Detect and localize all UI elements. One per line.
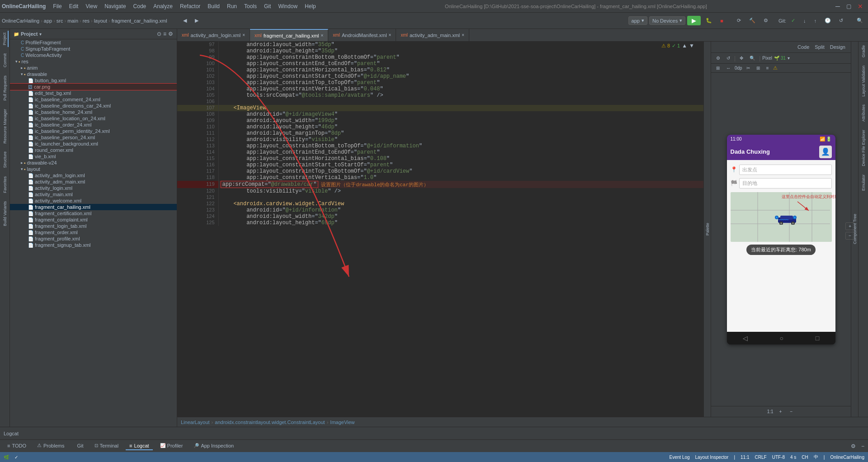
locate-icon[interactable]: ⊙ <box>157 31 161 37</box>
tree-item-ic-person[interactable]: 📄 ic_baseline_person_24.xml <box>10 134 177 141</box>
tree-item-car-png[interactable]: 🖼 car.png <box>10 84 177 90</box>
tree-item-button-bg[interactable]: 📄 button_bg.xml <box>10 77 177 84</box>
breadcrumb-linearlayout[interactable]: LinearLayout <box>181 420 210 425</box>
preview-crop-btn[interactable]: ✂ <box>744 65 752 71</box>
sidebar-icon-favorites[interactable]: Favorites <box>2 174 8 195</box>
settings-bottom-icon[interactable]: ⚙ <box>851 443 856 449</box>
tab-fragment-car-hailing[interactable]: xml fragment_car_hailing.xml × <box>250 29 328 42</box>
tree-item-res[interactable]: ▾ ▪ res <box>10 58 177 65</box>
build-menu[interactable]: Build <box>204 2 223 10</box>
tree-item-ic-home[interactable]: 📄 ic_baseline_home_24.xml <box>10 109 177 115</box>
close-button[interactable]: ✕ <box>854 1 866 11</box>
tools-menu[interactable]: Tools <box>241 2 260 10</box>
run-button[interactable]: ▶ <box>687 16 701 25</box>
build-button[interactable]: 🔨 <box>746 16 759 25</box>
status-encoding[interactable]: UTF-8 <box>772 455 785 460</box>
sidebar-icon-structure[interactable]: Structure <box>2 150 8 170</box>
tree-item-drawable-v24[interactable]: ▸ ▪ drawable-v24 <box>10 160 177 166</box>
tree-item-activity-adm-main[interactable]: 📄 activity_adm_main.xml <box>10 179 177 185</box>
forward-button[interactable]: ▶ <box>192 16 202 25</box>
bottom-tab-git[interactable]: Git <box>71 442 87 450</box>
bottom-tab-profiler[interactable]: 📈 Profiler <box>156 442 187 450</box>
file-menu[interactable]: File <box>49 2 65 10</box>
preview-refresh-btn[interactable]: ↺ <box>724 55 732 61</box>
tree-item-activity-welcome[interactable]: 📄 activity_welcome.xml <box>10 198 177 204</box>
tab-activity-adm-main[interactable]: xml activity_adm_main.xml × <box>396 29 469 42</box>
git-history-button[interactable]: 🕐 <box>821 16 834 25</box>
sidebar-icon-build-variants[interactable]: Build Variants <box>2 199 8 228</box>
close-tab-icon[interactable]: × <box>462 33 464 38</box>
tree-item-activity-adm-login[interactable]: 📄 activity_adm_login.xml <box>10 172 177 179</box>
tree-item-fragment-car-hailing[interactable]: 📄 fragment_car_hailing.xml <box>10 204 177 210</box>
code-menu[interactable]: Code <box>130 2 150 10</box>
git-push-button[interactable]: ↑ <box>811 17 820 25</box>
status-crlf[interactable]: CRLF <box>755 455 767 460</box>
preview-pan-btn[interactable]: ✥ <box>737 55 745 61</box>
tree-item-ic-location[interactable]: 📄 ic_baseline_location_on_24.xml <box>10 115 177 122</box>
tab-android-manifest[interactable]: xml AndroidManifest.xml × <box>328 29 396 42</box>
sync-button[interactable]: ⟳ <box>734 16 744 25</box>
breadcrumb-res[interactable]: res <box>83 18 90 24</box>
minimize-button[interactable]: ─ <box>832 1 843 11</box>
sidebar-icon-commit[interactable]: Commit <box>2 52 8 69</box>
breadcrumb-app[interactable]: app <box>44 18 52 24</box>
bottom-tab-app-inspection[interactable]: 🔎 App Inspection <box>190 442 237 450</box>
sidebar-icon-device-file[interactable]: Device File Explorer <box>860 128 867 168</box>
design-view-btn[interactable]: Design <box>828 43 847 51</box>
status-layout-inspector[interactable]: Layout Inspector <box>695 455 729 460</box>
breadcrumb-src[interactable]: src <box>57 18 63 24</box>
breadcrumb-project[interactable]: OnlineCarHailing <box>2 18 39 24</box>
breadcrumb-imageview[interactable]: ImageView <box>330 420 354 425</box>
git-menu[interactable]: Git <box>260 2 274 10</box>
close-tab-icon[interactable]: × <box>321 33 324 38</box>
preview-mirror-btn[interactable]: ↔ <box>724 65 733 71</box>
tree-item-signup-tab-fragment[interactable]: C SignupTabFragment <box>10 46 177 52</box>
bottom-tab-todo[interactable]: ≡ TODO <box>4 442 30 450</box>
stop-button[interactable]: ■ <box>717 17 726 25</box>
navigate-menu[interactable]: Navigate <box>101 2 129 10</box>
analyze-menu[interactable]: Analyze <box>150 2 176 10</box>
tree-item-activity-login[interactable]: 📄 activity_login.xml <box>10 185 177 191</box>
help-menu[interactable]: Help <box>301 2 320 10</box>
code-view-btn[interactable]: Code <box>796 43 811 51</box>
breadcrumb-layout[interactable]: layout <box>94 18 107 24</box>
tree-item-ic-perm[interactable]: 📄 ic_baseline_perm_identity_24.xml <box>10 128 177 134</box>
git-checkmark-button[interactable]: ✓ <box>788 16 798 25</box>
window-menu[interactable]: Window <box>274 2 301 10</box>
tree-item-welcome-activity[interactable]: C WelcomeActivity <box>10 52 177 58</box>
tree-item-fragment-complaint[interactable]: 📄 fragment_complaint.xml <box>10 217 177 223</box>
git-rollback-button[interactable]: ↺ <box>836 16 846 25</box>
preview-zoom-btn[interactable]: 🔍 <box>747 55 757 61</box>
preview-align-btn[interactable]: ≡ <box>764 65 771 71</box>
bottom-tab-problems[interactable]: ⚠ Problems <box>33 442 68 450</box>
tree-item-edit-text-bg[interactable]: 📄 edit_text_bg.xml <box>10 90 177 96</box>
tree-item-fragment-profile[interactable]: 📄 fragment_profile.xml <box>10 236 177 242</box>
preview-spacing-btn[interactable]: ⊞ <box>754 65 762 71</box>
tree-item-fragment-login-tab[interactable]: 📄 fragment_login_tab.xml <box>10 223 177 229</box>
expand-warnings-icon[interactable]: ▼ <box>689 42 694 49</box>
refactor-menu[interactable]: Refactor <box>176 2 204 10</box>
project-panel-chevron[interactable]: ▾ <box>39 32 42 37</box>
settings-button[interactable]: ⚙ <box>760 16 771 25</box>
bottom-tab-logcat[interactable]: ≡ Logcat <box>126 442 152 450</box>
search-everywhere-button[interactable]: 🔍 <box>854 16 866 25</box>
status-event-log[interactable]: Event Log <box>669 455 689 460</box>
close-tab-icon[interactable]: × <box>389 33 392 38</box>
debug-button[interactable]: 🐛 <box>703 16 715 25</box>
tree-item-activity-main[interactable]: 📄 activity_main.xml <box>10 191 177 198</box>
preview-chevron[interactable]: ▾ <box>788 56 790 61</box>
maximize-button[interactable]: ▢ <box>843 2 854 11</box>
tree-item-fragment-signup-tab[interactable]: 📄 fragment_signup_tab.xml <box>10 242 177 248</box>
edit-menu[interactable]: Edit <box>66 2 82 10</box>
tree-item-ic-launcher[interactable]: 📄 ic_launcher_background.xml <box>10 141 177 147</box>
tree-item-round-corner[interactable]: 📄 round_corner.xml <box>10 147 177 153</box>
view-menu[interactable]: View <box>82 2 101 10</box>
close-tab-icon[interactable]: × <box>242 33 245 38</box>
tab-activity-adm-login[interactable]: xml activity_adm_login.xml × <box>177 29 250 42</box>
breadcrumb-main[interactable]: main <box>67 18 78 24</box>
device-selector[interactable]: No Devices ▾ <box>649 16 685 25</box>
split-view-btn[interactable]: Split <box>813 43 826 51</box>
back-button[interactable]: ◀ <box>180 16 190 25</box>
git-update-button[interactable]: ↓ <box>800 17 809 25</box>
tree-item-fragment-certification[interactable]: 📄 fragment_certification.xml <box>10 210 177 217</box>
